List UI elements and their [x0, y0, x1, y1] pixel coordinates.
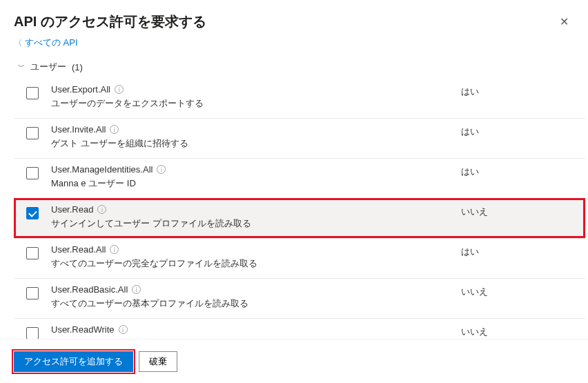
permission-description: すべてのユーザーの完全なプロファイルを読み取る	[51, 257, 461, 270]
permission-checkbox[interactable]	[26, 127, 39, 139]
permission-name-row: User.ReadBasic.Alli	[51, 284, 461, 295]
permission-name-row: User.Export.Alli	[51, 84, 461, 95]
permission-row: User.Read.Alliすべてのユーザーの完全なプロファイルを読み取るはい	[14, 238, 585, 278]
permission-main: User.Export.Alliユーザーのデータをエクスポートする	[51, 84, 461, 110]
checkbox-cell	[14, 244, 51, 259]
permission-checkbox[interactable]	[26, 247, 39, 259]
group-count: (1)	[72, 62, 83, 72]
permission-name: User.Read	[51, 204, 93, 215]
info-icon[interactable]: i	[97, 205, 106, 214]
permission-main: User.ManageIdentities.AlliManna e ユーザー I…	[51, 164, 461, 190]
checkbox-cell	[14, 324, 51, 339]
group-label: ユーザー	[30, 61, 66, 73]
permission-main: User.Invite.Alliゲスト ユーザーを組織に招待する	[51, 124, 461, 150]
permission-name: User.ReadWrite	[51, 324, 115, 335]
info-icon[interactable]: i	[110, 125, 119, 134]
permission-row: User.ReadWriteiいいえ	[14, 318, 585, 339]
permission-description: すべてのユーザーの基本プロファイルを読み取る	[51, 297, 461, 310]
info-icon[interactable]: i	[110, 245, 119, 254]
permission-main: User.ReadWritei	[51, 324, 461, 337]
permission-main: User.ReadBasic.Alliすべてのユーザーの基本プロファイルを読み取…	[51, 284, 461, 310]
permission-name-row: User.Invite.Alli	[51, 124, 461, 135]
permission-name: User.Invite.All	[51, 124, 106, 135]
permission-description: ゲスト ユーザーを組織に招待する	[51, 137, 461, 150]
checkbox-cell	[14, 124, 51, 139]
back-link-all-apis[interactable]: 〈 すべての API	[0, 37, 588, 53]
admin-consent-value: はい	[461, 84, 585, 98]
permission-checkbox[interactable]	[26, 87, 39, 99]
permission-name: User.Read.All	[51, 244, 106, 255]
permission-group-toggle[interactable]: ﹀ ユーザー (1)	[14, 57, 585, 79]
admin-consent-value: はい	[461, 164, 585, 178]
panel-footer: アクセス許可を追加する 破棄	[0, 339, 588, 383]
permission-name: User.Export.All	[51, 84, 110, 95]
add-permission-button-highlight: アクセス許可を追加する	[14, 351, 133, 372]
permission-checkbox[interactable]	[26, 207, 39, 219]
info-icon[interactable]: i	[157, 165, 166, 174]
back-link-label: すべての API	[25, 37, 78, 49]
permission-main: User.Read.Alliすべてのユーザーの完全なプロファイルを読み取る	[51, 244, 461, 270]
admin-consent-value: いいえ	[461, 204, 585, 218]
admin-consent-value: はい	[461, 124, 585, 138]
permission-row: User.Readiサインインしてユーザー プロファイルを読み取るいいえ	[14, 198, 585, 238]
permission-description: サインインしてユーザー プロファイルを読み取る	[51, 217, 461, 230]
permission-name: User.ReadBasic.All	[51, 284, 128, 295]
permission-name-row: User.ReadWritei	[51, 324, 461, 335]
permission-description: ユーザーのデータをエクスポートする	[51, 97, 461, 110]
permission-checkbox[interactable]	[26, 287, 39, 299]
info-icon[interactable]: i	[119, 325, 128, 334]
chevron-left-icon: 〈	[14, 37, 22, 49]
admin-consent-value: はい	[461, 244, 585, 258]
checkbox-cell	[14, 84, 51, 99]
permissions-list: User.Export.AlliユーザーのデータをエクスポートするはいUser.…	[14, 79, 585, 339]
permission-description: Manna e ユーザー ID	[51, 177, 461, 190]
permission-checkbox[interactable]	[26, 167, 39, 179]
admin-consent-value: いいえ	[461, 284, 585, 298]
checkbox-cell	[14, 164, 51, 179]
admin-consent-value: いいえ	[461, 324, 585, 338]
permission-name: User.ManageIdentities.All	[51, 164, 153, 175]
permission-name-row: User.Read.Alli	[51, 244, 461, 255]
permission-name-row: User.Readi	[51, 204, 461, 215]
checkbox-cell	[14, 204, 51, 219]
chevron-down-icon: ﹀	[18, 62, 25, 72]
permission-name-row: User.ManageIdentities.Alli	[51, 164, 461, 175]
permission-row: User.ReadBasic.Alliすべてのユーザーの基本プロファイルを読み取…	[14, 278, 585, 318]
permission-row: User.Export.Alliユーザーのデータをエクスポートするはい	[14, 79, 585, 118]
discard-button[interactable]: 破棄	[139, 351, 177, 372]
info-icon[interactable]: i	[115, 85, 124, 94]
close-icon[interactable]: ✕	[554, 12, 574, 31]
permission-row: User.Invite.Alliゲスト ユーザーを組織に招待するはい	[14, 118, 585, 158]
panel-header: API のアクセス許可を要求する ✕	[0, 0, 588, 37]
permission-main: User.Readiサインインしてユーザー プロファイルを読み取る	[51, 204, 461, 230]
permissions-scroll-area: ﹀ ユーザー (1) User.Export.Alliユーザーのデータをエクスポ…	[0, 57, 588, 339]
add-permission-button[interactable]: アクセス許可を追加する	[14, 351, 133, 372]
checkbox-cell	[14, 284, 51, 299]
permission-checkbox[interactable]	[26, 327, 39, 339]
permission-row: User.ManageIdentities.AlliManna e ユーザー I…	[14, 158, 585, 198]
panel-title: API のアクセス許可を要求する	[14, 12, 206, 31]
info-icon[interactable]: i	[132, 285, 141, 294]
